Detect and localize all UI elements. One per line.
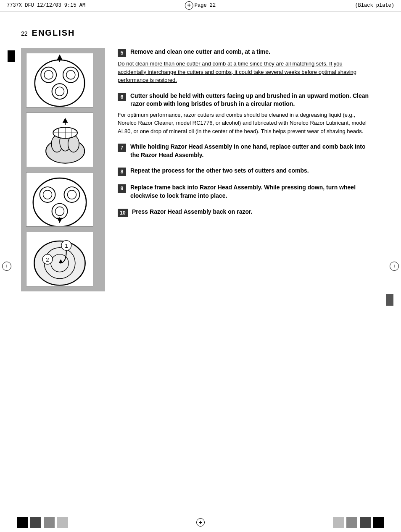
step-6-body: For optimum performance, razor cutters a…: [118, 111, 372, 136]
page-heading: 22 ENGLISH: [21, 28, 380, 38]
sq-black-2: [373, 517, 384, 528]
margin-mark-left: [8, 50, 15, 62]
image-wrapper-2: [26, 113, 100, 167]
step-8-block: 8 Repeat the process for the other two s…: [118, 167, 372, 176]
step-5-body: Do not clean more than one cutter and co…: [118, 60, 372, 84]
image-box-1: [26, 53, 93, 107]
step-5-number: 5: [118, 49, 126, 57]
step-6-header: 6 Cutter should be held with cutters fac…: [118, 92, 372, 108]
image-wrapper-4: 1 2: [26, 232, 100, 286]
header-right: (Black plate): [355, 3, 394, 8]
image-box-4: 1 2: [26, 232, 93, 286]
step-6-number: 6: [118, 93, 126, 101]
sq-dark-2: [360, 517, 371, 528]
sq-light-2: [333, 517, 344, 528]
footer-left-squares: [17, 517, 68, 528]
svg-point-22: [64, 187, 80, 202]
step-9-block: 9 Replace frame back into Razor Head Ass…: [118, 183, 372, 200]
shaver-assembly-image: [26, 172, 93, 227]
sq-mid-1: [44, 517, 55, 528]
image-box-3: [26, 172, 93, 227]
lock-image: 1 2: [26, 232, 93, 286]
image-wrapper-1: [26, 53, 100, 107]
step-9-number: 9: [118, 184, 126, 193]
header-left: 7737X DFU 12/12/03 9:15 AM: [7, 3, 85, 8]
header-center: Page 22: [185, 2, 216, 9]
margin-mark-right: [386, 294, 393, 306]
svg-point-5: [66, 70, 75, 79]
svg-text:2: 2: [46, 256, 49, 262]
reg-mark-left: [3, 262, 11, 270]
footer-crosshair: [197, 519, 204, 526]
svg-point-25: [67, 190, 76, 199]
step-9-header: 9 Replace frame back into Razor Head Ass…: [118, 183, 372, 200]
sq-mid-2: [346, 517, 357, 528]
steps-panel: 5 Remove and clean one cutter and comb, …: [105, 48, 380, 291]
step-8-title: Repeat the process for the other two set…: [130, 167, 309, 175]
svg-point-4: [44, 70, 53, 79]
image-box-2: [26, 113, 93, 167]
step-5-title: Remove and clean one cutter and comb, at…: [130, 48, 270, 56]
step-5-block: 5 Remove and clean one cutter and comb, …: [118, 48, 372, 84]
sq-black-1: [17, 517, 28, 528]
step-7-header: 7 While holding Razor Head Assembly in o…: [118, 143, 372, 159]
step-9-title: Replace frame back into Razor Head Assem…: [130, 183, 372, 200]
step-8-header: 8 Repeat the process for the other two s…: [118, 167, 372, 176]
svg-point-2: [63, 67, 79, 82]
svg-point-24: [43, 190, 52, 199]
svg-point-23: [52, 203, 68, 219]
step-10-number: 10: [118, 209, 128, 217]
svg-point-6: [55, 87, 64, 96]
svg-point-26: [55, 207, 64, 215]
arrow-icon-4: [95, 253, 100, 263]
step-10-title: Press Razor Head Assembly back on razor.: [132, 208, 253, 216]
step-6-block: 6 Cutter should be held with cutters fac…: [118, 92, 372, 136]
header-page: Page 22: [195, 3, 216, 8]
arrow-icon-3: [95, 193, 100, 203]
footer-squares: [0, 517, 401, 528]
svg-text:1: 1: [65, 242, 68, 249]
svg-point-1: [41, 67, 56, 82]
footer: [0, 507, 401, 532]
step-5-header: 5 Remove and clean one cutter and comb, …: [118, 48, 372, 57]
image-panel: 1 2: [21, 48, 105, 291]
page-content: 22 ENGLISH: [0, 11, 401, 304]
header-bar: 7737X DFU 12/12/03 9:15 AM Page 22 (Blac…: [0, 0, 401, 11]
sq-dark-1: [30, 517, 41, 528]
step-7-block: 7 While holding Razor Head Assembly in o…: [118, 143, 372, 159]
svg-point-21: [40, 187, 55, 202]
step-7-number: 7: [118, 144, 126, 152]
step-5-body-text: Do not clean more than one cutter and co…: [118, 60, 356, 83]
crosshair-icon: [185, 2, 193, 9]
arrow-icon-1: [95, 74, 100, 84]
cutter-clean-image: [26, 113, 93, 167]
sq-light-1: [57, 517, 68, 528]
image-wrapper-3: [26, 172, 100, 227]
shaver-top-image: [26, 53, 93, 107]
step-10-header: 10 Press Razor Head Assembly back on raz…: [118, 208, 372, 217]
step-10-block: 10 Press Razor Head Assembly back on raz…: [118, 208, 372, 217]
svg-point-3: [52, 84, 68, 99]
step-7-title: While holding Razor Head Assembly in one…: [130, 143, 372, 159]
step-8-number: 8: [118, 168, 126, 176]
page-title: ENGLISH: [32, 28, 75, 38]
content-area: 1 2 5 Remove and clean one: [21, 48, 380, 291]
step-6-title: Cutter should be held with cutters facin…: [130, 92, 372, 108]
arrow-icon-2: [95, 134, 100, 144]
crosshair-footer-icon: [197, 519, 204, 526]
page-number: 22: [21, 30, 28, 37]
reg-mark-right: [390, 262, 398, 270]
footer-right-squares: [333, 517, 384, 528]
